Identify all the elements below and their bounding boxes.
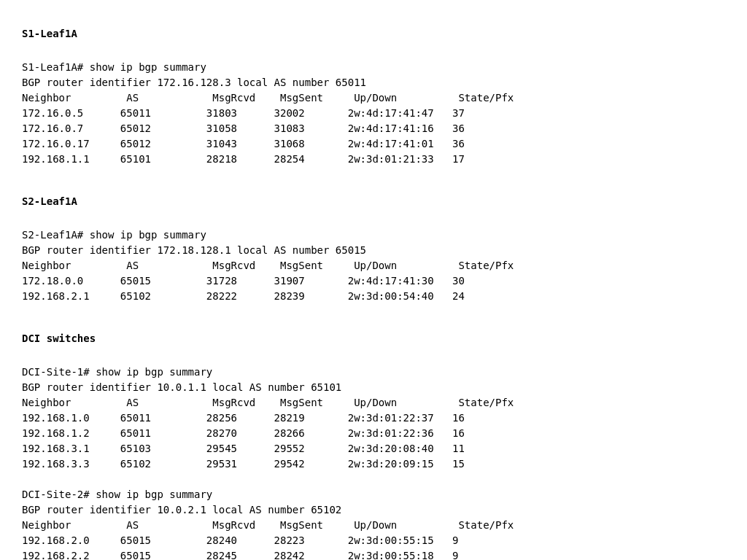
table-header: Neighbor AS MsgRcvd MsgSent Up/Down Stat… (22, 90, 725, 106)
table-row: 192.168.3.3 65102 29531 29542 2w:3d:20:0… (22, 456, 725, 472)
table-row: 172.16.0.17 65012 31043 31068 2w:4d:17:4… (22, 136, 725, 152)
table-header: Neighbor AS MsgRcvd MsgSent Up/Down Stat… (22, 258, 725, 273)
table-row: 172.18.0.0 65015 31728 31907 2w:4d:17:41… (22, 273, 725, 289)
bgp-info: BGP router identifier 10.0.1.1 local AS … (22, 380, 725, 395)
section-dci-switches: DCI switchesDCI-Site-1# show ip bgp summ… (22, 331, 725, 560)
subsection: DCI-Site-1# show ip bgp summaryBGP route… (22, 365, 725, 472)
table-row: 192.168.1.2 65011 28270 28266 2w:3d:01:2… (22, 426, 725, 441)
table-row: 172.16.0.5 65011 31803 32002 2w:4d:17:41… (22, 106, 725, 121)
bgp-info: BGP router identifier 172.18.128.1 local… (22, 243, 725, 258)
command-line: DCI-Site-2# show ip bgp summary (22, 487, 725, 502)
command-line: S1-Leaf1A# show ip bgp summary (22, 60, 725, 75)
command-line: DCI-Site-1# show ip bgp summary (22, 365, 725, 380)
command-line: S2-Leaf1A# show ip bgp summary (22, 228, 725, 243)
section-s2-leaf1a: S2-Leaf1AS2-Leaf1A# show ip bgp summaryB… (22, 194, 725, 319)
section-title: DCI switches (22, 331, 725, 346)
bgp-info: BGP router identifier 10.0.2.1 local AS … (22, 502, 725, 518)
table-row: 192.168.2.0 65015 28240 28223 2w:3d:00:5… (22, 533, 725, 548)
table-row: 192.168.1.0 65011 28256 28219 2w:3d:01:2… (22, 411, 725, 426)
bgp-info: BGP router identifier 172.16.128.3 local… (22, 75, 725, 90)
section-title: S2-Leaf1A (22, 194, 725, 209)
table-row: 192.168.3.1 65103 29545 29552 2w:3d:20:0… (22, 441, 725, 456)
table-header: Neighbor AS MsgRcvd MsgSent Up/Down Stat… (22, 395, 725, 411)
section-s1-leaf1a: S1-Leaf1AS1-Leaf1A# show ip bgp summaryB… (22, 26, 725, 182)
table-row: 192.168.2.2 65015 28245 28242 2w:3d:00:5… (22, 548, 725, 560)
table-row: 172.16.0.7 65012 31058 31083 2w:4d:17:41… (22, 121, 725, 136)
section-title: S1-Leaf1A (22, 26, 725, 42)
table-row: 192.168.2.1 65102 28222 28239 2w:3d:00:5… (22, 289, 725, 304)
table-row: 192.168.1.1 65101 28218 28254 2w:3d:01:2… (22, 152, 725, 167)
subsection: DCI-Site-2# show ip bgp summaryBGP route… (22, 487, 725, 560)
table-header: Neighbor AS MsgRcvd MsgSent Up/Down Stat… (22, 518, 725, 533)
